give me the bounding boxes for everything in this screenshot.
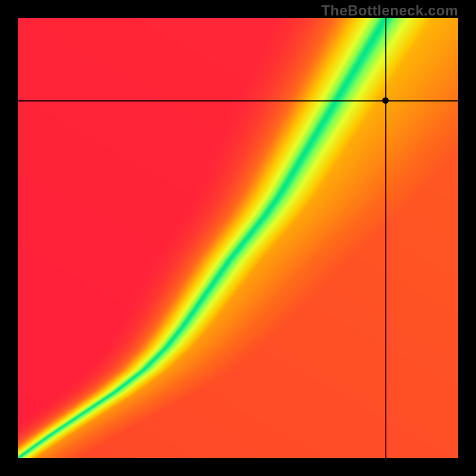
watermark-text: TheBottleneck.com — [321, 2, 458, 19]
chart-frame: TheBottleneck.com — [0, 0, 476, 476]
heatmap-canvas — [18, 18, 458, 458]
